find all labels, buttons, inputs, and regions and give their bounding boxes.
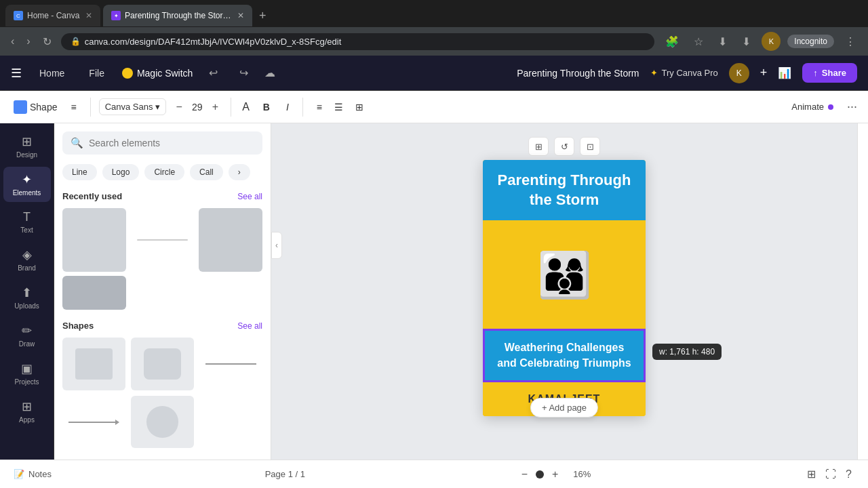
recent-thumb-4[interactable] (62, 276, 126, 310)
shape-arrow-item[interactable] (62, 396, 125, 449)
align-list-button[interactable]: ☰ (329, 98, 349, 116)
shape-button[interactable]: Shape (8, 97, 62, 117)
divider-3 (302, 98, 303, 117)
sidebar-label-text: Text (20, 226, 33, 234)
shape-color-preview (14, 100, 27, 114)
divider-1 (90, 98, 91, 117)
sidebar-label-elements: Elements (13, 189, 41, 197)
sidebar-item-elements[interactable]: ✦ Elements (3, 167, 51, 202)
sidebar-item-design[interactable]: ⊞ Design (3, 129, 51, 164)
canvas-area[interactable]: ⊞ ↺ ⊡ Parenting Through the Storm 👨‍👩‍👦 (271, 123, 857, 460)
more-options-button[interactable]: ⋮ (841, 33, 860, 51)
new-tab-button[interactable]: + (255, 9, 271, 23)
help-button[interactable]: ? (843, 465, 854, 483)
card-subtitle-section[interactable]: Weathering Challenges and Celebrating Tr… (483, 329, 646, 382)
sidebar-item-uploads[interactable]: ⬆ Uploads (3, 280, 51, 315)
sidebar-label-brand: Brand (18, 264, 36, 272)
bookmark-button[interactable]: ☆ (690, 33, 707, 51)
forward-button[interactable]: › (24, 33, 33, 50)
card-subtitle-text: Weathering Challenges and Celebrating Tr… (494, 340, 634, 371)
mini-tool-1[interactable]: ⊞ (528, 137, 549, 156)
user-avatar[interactable]: K (729, 63, 749, 83)
font-size-increase[interactable]: + (208, 100, 222, 115)
font-size-decrease[interactable]: − (172, 100, 186, 115)
fullscreen-button[interactable]: ⛶ (823, 465, 839, 483)
undo-button[interactable]: ↩ (203, 64, 223, 82)
canva-extension-button[interactable]: ⬇ (738, 33, 755, 51)
align-columns-button[interactable]: ⊞ (350, 98, 369, 116)
tag-logo[interactable]: Logo (102, 164, 140, 180)
shape-lines-button[interactable]: ≡ (65, 98, 81, 116)
tab-canva[interactable]: ✦ Parenting Through the Storm... ✕ (103, 5, 252, 26)
design-card[interactable]: Parenting Through the Storm 👨‍👩‍👦 Weathe… (483, 160, 646, 416)
tag-more[interactable]: › (229, 164, 250, 180)
more-options-format-button[interactable]: ··· (844, 97, 860, 117)
tab-close-canva[interactable]: ✕ (237, 11, 244, 20)
pro-star-icon: ✦ (650, 68, 658, 78)
share-button[interactable]: ↑ Share (802, 63, 857, 83)
line-preview (137, 239, 188, 241)
sidebar-item-text[interactable]: T Text (3, 205, 51, 239)
shape-circle-item[interactable] (131, 396, 194, 449)
panel-collapse-button[interactable]: ‹ (271, 232, 282, 259)
mini-tool-2[interactable]: ↺ (554, 137, 574, 156)
shape-label: Shape (30, 102, 57, 113)
shapes-see-all[interactable]: See all (237, 321, 262, 331)
address-bar-row: ‹ › ↻ 🔒 canva.com/design/DAF412mtJbjA/IV… (0, 27, 868, 56)
address-bar[interactable]: 🔒 canva.com/design/DAF412mtJbjA/IVCWl4pV… (61, 33, 655, 50)
redo-button[interactable]: ↪ (234, 64, 254, 82)
home-nav-button[interactable]: Home (33, 64, 71, 83)
shape-line-item[interactable] (199, 338, 262, 390)
magic-switch-button[interactable]: Magic Switch (122, 68, 193, 79)
sidebar-label-design: Design (16, 151, 37, 159)
cloud-save-button[interactable]: ☁ (264, 66, 275, 79)
hamburger-button[interactable]: ☰ (11, 66, 22, 81)
tab-close-home[interactable]: ✕ (85, 11, 92, 20)
search-input[interactable] (89, 138, 254, 148)
try-pro-button[interactable]: ✦ Try Canva Pro (650, 68, 718, 78)
download-button[interactable]: ⬇ (714, 33, 731, 51)
mini-tool-3[interactable]: ⊡ (580, 137, 600, 156)
divider-2 (231, 98, 231, 117)
tab-home[interactable]: C Home - Canva ✕ (5, 5, 100, 26)
tag-call[interactable]: Call (190, 164, 223, 180)
extensions-button[interactable]: 🧩 (661, 33, 683, 51)
recently-used-see-all[interactable]: See all (237, 192, 262, 201)
card-image-area: 👨‍👩‍👦 (483, 220, 646, 329)
search-box[interactable]: 🔍 (62, 131, 262, 155)
refresh-button[interactable]: ↻ (40, 33, 54, 51)
animate-button[interactable]: Animate (786, 98, 839, 115)
recent-thumb-1[interactable] (62, 208, 126, 272)
font-size-control: − 29 + (172, 100, 222, 115)
italic-button[interactable]: I (281, 98, 294, 116)
sidebar-item-brand[interactable]: ◈ Brand (3, 242, 51, 277)
recent-thumb-3[interactable] (199, 208, 262, 272)
back-button[interactable]: ‹ (8, 33, 17, 50)
zoom-in-button[interactable]: + (549, 466, 561, 483)
incognito-button[interactable]: Incognito (787, 35, 834, 48)
tag-circle[interactable]: Circle (144, 164, 184, 180)
elements-icon: ✦ (22, 172, 32, 187)
text-color-button[interactable]: A (239, 98, 252, 116)
tag-line[interactable]: Line (62, 164, 97, 180)
sidebar-item-projects[interactable]: ▣ Projects (3, 356, 51, 391)
file-nav-button[interactable]: File (82, 64, 111, 83)
canva-top-toolbar: ☰ Home File Magic Switch ↩ ↪ ☁ Parenting… (0, 56, 868, 91)
analytics-button[interactable]: 📊 (778, 66, 791, 79)
bottom-bar: 📝 Notes Page 1 / 1 − + 16% ⊞ ⛶ ? (0, 460, 868, 488)
right-panel (857, 123, 868, 460)
zoom-out-button[interactable]: − (519, 466, 530, 483)
align-left-button[interactable]: ≡ (311, 98, 328, 116)
zoom-level-text: 16% (566, 469, 591, 479)
recent-thumb-2[interactable] (130, 208, 194, 272)
shape-round-item[interactable] (131, 338, 194, 390)
bold-button[interactable]: B (258, 98, 275, 116)
notes-button[interactable]: 📝 Notes (14, 469, 52, 479)
font-family-select[interactable]: Canva Sans ▾ (99, 98, 167, 115)
sidebar-item-apps[interactable]: ⊞ Apps (3, 394, 51, 429)
add-collaborator-button[interactable]: + (760, 66, 768, 80)
sidebar-item-draw[interactable]: ✏ Draw (3, 318, 51, 353)
grid-view-button[interactable]: ⊞ (804, 465, 818, 483)
add-page-button[interactable]: + Add page (530, 398, 598, 418)
shape-rect-item[interactable] (62, 338, 125, 390)
